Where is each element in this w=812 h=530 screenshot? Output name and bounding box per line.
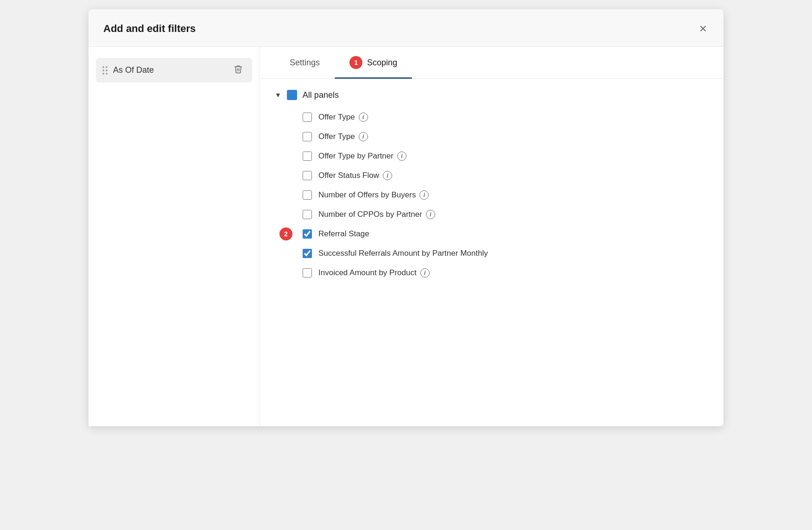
list-item: 2 Referral Stage [303,224,709,244]
referral-stage-checkbox[interactable] [303,229,312,239]
list-item: Successful Referrals Amount by Partner M… [303,244,709,263]
modal-body: As Of Date Settings [89,47,723,426]
info-icon: i [419,190,429,200]
badge-2: 2 [279,227,292,240]
info-icon: i [359,113,368,122]
number-cppos-partner-checkbox[interactable] [303,210,312,219]
list-item: Number of Offers by Buyers i [303,185,709,205]
offer-status-flow-checkbox[interactable] [303,171,312,180]
checkbox-list: Offer Type i Offer Type i [303,107,709,283]
successful-referrals-label[interactable]: Successful Referrals Amount by Partner M… [318,249,488,258]
number-cppos-partner-label[interactable]: Number of CPPOs by Partner i [318,210,435,219]
modal: Add and edit filters × As Of Date [89,9,723,426]
close-button[interactable]: × [698,20,709,37]
offer-type-1-label[interactable]: Offer Type i [318,113,368,122]
drag-handle-icon [102,66,108,75]
invoiced-amount-checkbox[interactable] [303,268,312,278]
chevron-down-icon: ▼ [275,91,281,99]
offer-type-2-checkbox[interactable] [303,132,312,141]
info-icon: i [383,171,392,180]
list-item: Offer Type i [303,107,709,127]
info-icon: i [397,151,406,161]
all-panels-label: All panels [303,90,339,100]
info-icon: i [426,210,435,219]
list-item: Offer Type i [303,127,709,146]
referral-stage-label[interactable]: Referral Stage [318,229,369,239]
tab-scoping[interactable]: 1 Scoping [335,47,412,78]
color-box-icon [287,90,297,100]
successful-referrals-checkbox[interactable] [303,249,312,258]
offer-type-2-label[interactable]: Offer Type i [318,132,368,141]
tab-scoping-label: Scoping [367,58,397,68]
modal-title: Add and edit filters [103,23,196,35]
info-icon: i [420,268,430,278]
scoping-panel: ▼ All panels Offer Type i [260,79,723,294]
right-panel: Settings 1 Scoping ▼ All panels [260,47,723,426]
offer-type-1-checkbox[interactable] [303,113,312,122]
filter-item-as-of-date[interactable]: As Of Date [96,58,252,82]
modal-header: Add and edit filters × [89,9,723,47]
tabs-container: Settings 1 Scoping [260,47,723,79]
all-panels-row: ▼ All panels [275,90,709,100]
number-offers-buyers-label[interactable]: Number of Offers by Buyers i [318,190,429,200]
tab-scoping-badge: 1 [349,56,362,69]
offer-type-partner-checkbox[interactable] [303,151,312,161]
list-item: Offer Type by Partner i [303,146,709,166]
tab-settings-label: Settings [290,58,320,68]
trash-icon [234,64,243,74]
info-icon: i [359,132,368,141]
offer-type-partner-label[interactable]: Offer Type by Partner i [318,151,406,161]
invoiced-amount-label[interactable]: Invoiced Amount by Product i [318,268,430,278]
list-item: Number of CPPOs by Partner i [303,205,709,224]
list-item: Invoiced Amount by Product i [303,263,709,283]
offer-status-flow-label[interactable]: Offer Status Flow i [318,171,392,180]
delete-filter-button[interactable] [231,63,246,77]
left-panel: As Of Date [89,47,260,426]
filter-item-label: As Of Date [113,65,227,75]
tab-settings[interactable]: Settings [275,49,335,77]
list-item: Offer Status Flow i [303,166,709,185]
number-offers-buyers-checkbox[interactable] [303,190,312,200]
